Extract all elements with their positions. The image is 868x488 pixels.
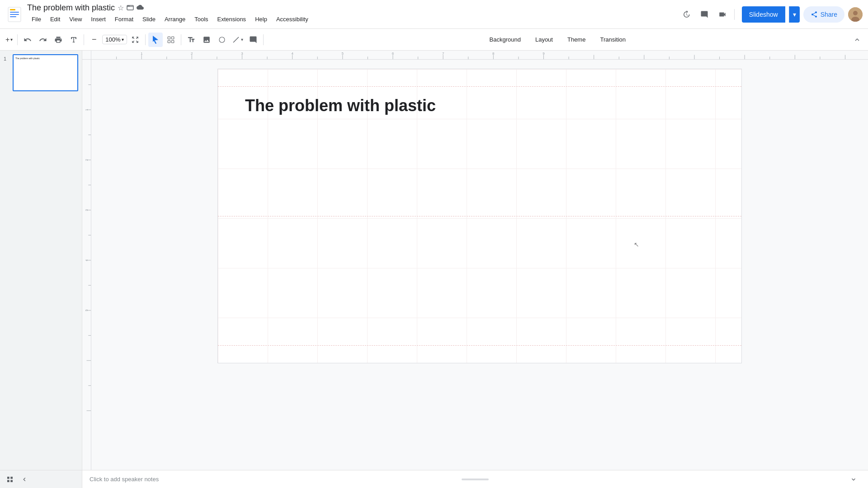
menu-insert[interactable]: Insert	[86, 14, 110, 24]
transition-button[interactable]: Transition	[594, 33, 632, 46]
menu-slide[interactable]: Slide	[138, 14, 160, 24]
collapse-panel-button[interactable]	[18, 473, 31, 486]
slide-number-1: 1	[4, 56, 10, 61]
folder-icon[interactable]	[127, 4, 134, 13]
line-tool[interactable]: ▾	[230, 33, 245, 47]
menu-file[interactable]: File	[27, 14, 46, 24]
slide-workspace[interactable]: The problem with plastic ↖	[91, 60, 868, 470]
collapse-notes-button[interactable]	[846, 472, 861, 487]
select-tool[interactable]	[164, 33, 178, 47]
grid-view-button[interactable]	[4, 473, 16, 486]
divider	[734, 9, 735, 20]
menu-accessibility[interactable]: Accessibility	[272, 14, 313, 24]
history-button[interactable]	[678, 6, 694, 23]
main-area: 1 The problem with plastic	[0, 51, 868, 488]
notes-placeholder[interactable]: Click to add speaker notes	[90, 476, 159, 483]
slideshow-dropdown-button[interactable]: ▾	[789, 6, 800, 23]
menu-extensions[interactable]: Extensions	[213, 14, 251, 24]
layout-button[interactable]: Layout	[529, 33, 559, 46]
svg-rect-4	[10, 16, 16, 17]
cloud-icon[interactable]	[137, 4, 144, 13]
svg-rect-3	[10, 14, 19, 15]
slide-thumb-text: The problem with plastic	[15, 57, 40, 60]
svg-rect-1	[10, 9, 15, 10]
svg-text:6: 6	[392, 52, 394, 56]
zoom-level[interactable]: 100% ▾	[102, 35, 127, 44]
toolbar: + ▾ − 100% ▾ ▾	[0, 29, 868, 51]
dropdown-arrow: ▾	[10, 37, 13, 42]
svg-rect-2	[10, 12, 19, 13]
slide-title[interactable]: The problem with plastic	[245, 96, 436, 115]
paint-format-button[interactable]	[66, 33, 81, 47]
menu-view[interactable]: View	[65, 14, 86, 24]
comment-tool[interactable]	[246, 33, 260, 47]
menu-help[interactable]: Help	[250, 14, 272, 24]
zoom-value: 100%	[105, 36, 120, 43]
undo-button[interactable]	[20, 33, 35, 47]
svg-text:5: 5	[85, 310, 89, 311]
user-avatar[interactable]	[848, 7, 863, 22]
image-tool[interactable]	[199, 33, 214, 47]
add-slide-button[interactable]: + ▾	[4, 33, 14, 47]
svg-point-7	[853, 11, 858, 15]
plus-icon: +	[5, 36, 9, 44]
slideshow-button[interactable]: Slideshow	[742, 6, 785, 23]
background-button[interactable]: Background	[483, 33, 527, 46]
text-tool[interactable]	[184, 33, 198, 47]
format-bar: Background Layout Theme Transition	[483, 33, 632, 46]
shape-tool[interactable]	[215, 33, 229, 47]
svg-rect-55	[82, 60, 91, 470]
svg-text:3: 3	[85, 209, 89, 211]
cursor-indicator: ↖	[634, 241, 639, 248]
svg-rect-9	[168, 37, 170, 39]
notes-bar: Click to add speaker notes	[82, 470, 868, 488]
ruler-corner	[82, 51, 91, 60]
slide-canvas: The problem with plastic ↖	[217, 69, 742, 363]
ruler-top-svg: 1 2 3 4 5 6 7 8 9	[91, 51, 868, 59]
svg-text:1: 1	[85, 109, 89, 111]
toolbar-sep-5	[263, 34, 264, 45]
svg-text:2: 2	[85, 159, 89, 161]
toolbar-sep-4	[181, 34, 181, 45]
svg-line-14	[233, 37, 239, 42]
theme-button[interactable]: Theme	[561, 33, 592, 46]
svg-text:3: 3	[241, 52, 243, 56]
menu-tools[interactable]: Tools	[190, 14, 212, 24]
menu-format[interactable]: Format	[110, 14, 138, 24]
menu-edit[interactable]: Edit	[46, 14, 65, 24]
star-icon[interactable]: ☆	[118, 4, 124, 12]
zoom-out-button[interactable]: −	[87, 33, 101, 47]
ruler-top: 1 2 3 4 5 6 7 8 9	[91, 51, 868, 60]
doc-title[interactable]: The problem with plastic	[27, 3, 115, 13]
slide-panel: 1 The problem with plastic	[0, 51, 82, 488]
slide-border-bottom-inner	[218, 345, 741, 346]
notes-drag-handle[interactable]	[462, 479, 489, 480]
collapse-toolbar-button[interactable]	[850, 33, 864, 47]
toolbar-sep-2	[84, 34, 84, 45]
notes-right-icons	[846, 472, 861, 487]
cursor-tool[interactable]	[148, 33, 163, 47]
comments-button[interactable]	[696, 6, 712, 23]
slide-border-top	[218, 86, 741, 87]
share-button[interactable]: Share	[803, 6, 844, 23]
right-controls: Slideshow ▾ Share	[742, 6, 863, 23]
print-button[interactable]	[51, 33, 66, 47]
redo-button[interactable]	[36, 33, 50, 47]
top-icons-right	[678, 6, 736, 23]
svg-rect-10	[171, 37, 174, 39]
doc-title-row: The problem with plastic ☆	[27, 3, 675, 13]
present-button[interactable]	[714, 6, 731, 23]
zoom-arrow: ▾	[122, 37, 124, 42]
menu-bar: File Edit View Insert Format Slide Arran…	[27, 13, 675, 25]
menu-arrange[interactable]: Arrange	[160, 14, 190, 24]
zoom-fit-button[interactable]	[128, 33, 142, 47]
svg-text:8: 8	[492, 52, 495, 56]
svg-text:1: 1	[141, 52, 142, 56]
svg-text:2: 2	[191, 52, 193, 56]
slide-thumbnail-1[interactable]: The problem with plastic	[13, 54, 78, 91]
svg-text:7: 7	[442, 52, 444, 56]
svg-rect-11	[168, 40, 170, 42]
slide-thumb-wrapper-1: 1 The problem with plastic	[4, 54, 78, 91]
svg-text:4: 4	[291, 52, 293, 56]
svg-text:9: 9	[542, 52, 544, 56]
